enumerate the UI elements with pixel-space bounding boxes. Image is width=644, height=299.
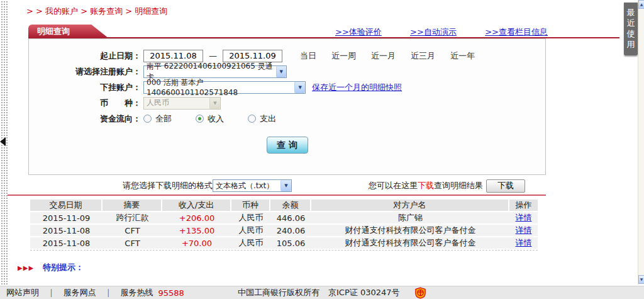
breadcrumb[interactable]: > > 我的账户 > 账务查询 > 明细查询 (26, 6, 167, 17)
detail-link[interactable]: 详情 (516, 238, 532, 247)
cell-currency: 人民币 (231, 212, 270, 223)
download-format-value: 文本格式（.txt） (216, 181, 274, 191)
quick-range-links: 当日 近一周 近一月 近三月 近一年 (300, 50, 475, 62)
header-counterparty: 对方户名 (311, 200, 509, 211)
currency-select: 人民币 ▼ (143, 97, 221, 110)
service-network-link[interactable]: 服务网点 (64, 287, 96, 298)
register-account-label: 请选择注册账户： (29, 66, 143, 77)
date-range-label: 起止日期： (29, 50, 143, 62)
sub-account-label: 下挂账户： (29, 82, 143, 93)
cell-counterparty: 财付通支付科技有限公司客户备付金 (311, 225, 509, 236)
download-format-group: 请您选择下载明细的格式 文本格式（.txt） ▼ (123, 179, 292, 192)
scroll-up-icon[interactable]: ▲ (638, 0, 644, 9)
range-year-link[interactable]: 近一年 (450, 50, 475, 62)
currency-label: 币 种： (29, 98, 143, 109)
vertical-scrollbar[interactable]: ▲ ▼ (638, 0, 644, 285)
query-form: 起止日期： — 当日 近一周 近一月 近三月 近一年 请选择注册账户： 南平 6… (28, 38, 546, 175)
collapse-panel-arrow-icon[interactable] (0, 137, 6, 146)
chevron-down-icon: ▼ (209, 98, 220, 109)
experience-review-link[interactable]: >>体验评价 (335, 26, 382, 38)
footer-separator: ｜ (104, 287, 113, 298)
detail-link[interactable]: 详情 (516, 213, 532, 222)
cell-summary: CFT (103, 226, 162, 235)
security-shield-icon[interactable] (415, 287, 426, 299)
page-title-tab: 明细查询 (28, 25, 111, 38)
table-bottom-divider (30, 250, 538, 251)
table-row: 2015-11-09 跨行汇款 +206.00 人民币 446.06 陈广锦 详… (30, 212, 538, 223)
query-button[interactable]: 查 询 (267, 137, 308, 154)
table-row: 2015-11-08 CFT +70.00 人民币 105.06 财付通支付科技… (30, 237, 538, 249)
download-format-select[interactable]: 文本格式（.txt） ▼ (213, 179, 292, 192)
cell-amount: +206.00 (162, 213, 231, 223)
radio-icon (143, 115, 152, 123)
special-notice-label: 特别提示： (43, 262, 84, 273)
download-hint-group: 您可以在这里 下载 查询明细结果 下载 (369, 179, 525, 193)
download-hint-suffix: 查询明细结果 (434, 180, 483, 191)
cell-balance: 240.06 (270, 226, 311, 235)
table-row: 2015-11-08 CFT +135.00 人民币 240.06 财付通支付科… (30, 225, 538, 236)
detail-link[interactable]: 详情 (516, 225, 532, 235)
header-links: >>体验评价 >>自动演示 >>查看栏目信息 (335, 26, 548, 38)
hotline-label: 服务热线 (120, 287, 153, 298)
footer-bar: 网站声明 ｜ 服务网点 ｜ 服务热线 95588 中国工商银行版权所有 京ICP… (0, 286, 644, 299)
download-button[interactable]: 下载 (486, 179, 525, 193)
chevron-down-icon: ▼ (280, 180, 291, 191)
download-hint-word: 下载 (418, 180, 434, 191)
chevron-down-icon: ▼ (276, 66, 286, 77)
cell-date: 2015-11-09 (30, 213, 103, 223)
header-balance: 余额 (270, 200, 311, 211)
cell-summary: CFT (103, 239, 162, 248)
download-hint-prefix: 您可以在这里 (369, 180, 418, 191)
download-row: 请您选择下载明细的格式 文本格式（.txt） ▼ 您可以在这里 下载 查询明细结… (28, 179, 525, 193)
range-today-link[interactable]: 当日 (300, 50, 316, 62)
header-currency: 币种 (231, 200, 270, 211)
cell-balance: 446.06 (270, 213, 311, 223)
date-to-input[interactable] (223, 50, 282, 62)
header-date: 交易日期 (30, 200, 103, 211)
section-divider (8, 195, 546, 196)
footer-separator: ｜ (47, 287, 55, 298)
auto-demo-link[interactable]: >>自动演示 (410, 26, 457, 38)
cell-amount: +70.00 (162, 239, 231, 248)
range-quarter-link[interactable]: 近三月 (411, 50, 435, 62)
icp-license-text: 京ICP证 030247号 (328, 287, 400, 298)
flow-all-radio[interactable]: 全部 (143, 113, 172, 125)
cell-balance: 105.06 (270, 239, 311, 248)
cell-date: 2015-11-08 (30, 239, 103, 248)
scroll-down-icon[interactable]: ▼ (638, 275, 644, 284)
sub-account-row: 下挂账户： 000 活期 基本户 1406600101102571848 ▼ 保… (29, 79, 545, 95)
save-snapshot-link[interactable]: 保存近一个月的明细快照 (312, 82, 402, 93)
radio-icon (248, 115, 256, 123)
cell-counterparty: 财付通支付科技有限公司客户备付金 (311, 237, 509, 249)
hotline-number: 95588 (158, 288, 184, 298)
cell-summary: 跨行汇款 (103, 212, 162, 223)
site-statement-link[interactable]: 网站声明 (6, 287, 39, 298)
special-notice: ▶▶▶ 特别提示： (18, 262, 84, 273)
cell-date: 2015-11-08 (30, 226, 103, 235)
currency-row: 币 种： 人民币 ▼ (29, 95, 545, 111)
column-info-link[interactable]: >>查看栏目信息 (485, 26, 548, 38)
date-range-row: 起止日期： — 当日 近一周 近一月 近三月 近一年 (29, 48, 545, 64)
funds-flow-label: 资金流向： (29, 113, 143, 125)
funds-flow-options: 全部 收入 支出 (143, 113, 276, 125)
footer-left-links: 网站声明 ｜ 服务网点 ｜ 服务热线 95588 (6, 287, 184, 298)
funds-flow-row: 资金流向： 全部 收入 支出 (29, 111, 545, 127)
radio-checked-icon (196, 115, 204, 123)
cell-amount: +135.00 (162, 226, 231, 235)
copyright-text: 中国工商银行版权所有 (238, 287, 319, 298)
cell-counterparty: 陈广锦 (311, 212, 509, 223)
download-format-prompt: 请您选择下载明细的格式 (123, 180, 213, 191)
range-week-link[interactable]: 近一周 (331, 50, 356, 62)
range-month-link[interactable]: 近一月 (371, 50, 396, 62)
recently-used-tab[interactable]: 最近使用 (624, 3, 638, 55)
sub-account-select[interactable]: 000 活期 基本户 1406600101102571848 ▼ (143, 81, 306, 94)
flow-all-label: 全部 (155, 113, 172, 125)
register-account-select[interactable]: 南平 6222001406100921065 灵通卡 ▼ (143, 65, 287, 78)
chevron-down-icon: ▼ (294, 82, 305, 93)
date-from-input[interactable] (143, 50, 203, 62)
footer-copyright-group: 中国工商银行版权所有 京ICP证 030247号 (238, 287, 426, 299)
header-summary: 摘要 (103, 200, 162, 211)
flow-income-radio[interactable]: 收入 (196, 113, 224, 125)
flow-expense-radio[interactable]: 支出 (248, 113, 276, 125)
cell-currency: 人民币 (231, 225, 270, 236)
